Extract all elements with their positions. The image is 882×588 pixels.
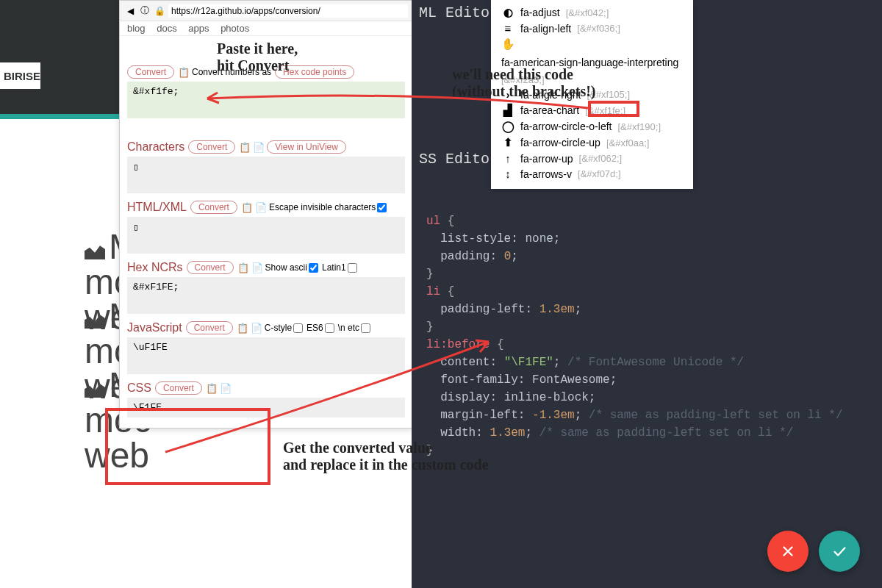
list-item[interactable]: ↕fa-arrows-v[&#xf07d;]	[501, 166, 683, 182]
cancel-fab[interactable]	[767, 531, 808, 572]
align-left-icon: ≡	[501, 22, 514, 35]
list-item[interactable]: ⬆fa-arrow-circle-up[&#xf0aa;]	[501, 135, 683, 151]
copy-icon[interactable]: 📋	[239, 142, 249, 152]
htmlxml-title: HTML/XML	[127, 201, 187, 214]
area-chart-icon	[85, 313, 105, 328]
list-item[interactable]: ◯fa-arrow-circle-o-left[&#xf190;]	[501, 118, 683, 135]
js-output[interactable]: \uF1FE	[127, 337, 405, 374]
list-item[interactable]: ↑fa-arrow-up[&#xf062;]	[501, 151, 683, 166]
close-icon	[780, 543, 796, 559]
hexncr-title: Hex NCRs	[127, 261, 183, 274]
adjust-icon: ◐	[501, 6, 514, 19]
highlight-css-box	[105, 408, 270, 485]
copy-icon[interactable]: 📋	[241, 202, 251, 212]
check-icon	[831, 543, 847, 559]
lock-icon: 🔒	[154, 5, 165, 17]
js-convert-button[interactable]: Convert	[186, 321, 233, 334]
area-chart-icon: ▟	[501, 104, 514, 117]
latin1-checkbox[interactable]: Latin1	[322, 262, 357, 273]
area-chart-icon	[85, 382, 105, 397]
characters-section: Characters Convert 📋 📄 View in UniView ▯	[120, 136, 412, 196]
arrow-circle-left-icon: ◯	[501, 120, 514, 133]
htmlxml-section: HTML/XML Convert 📋 📄 Escape invisible ch…	[120, 196, 412, 257]
highlight-code-box	[588, 101, 639, 117]
doc-icon[interactable]: 📄	[251, 262, 262, 273]
characters-convert-button[interactable]: Convert	[188, 140, 235, 154]
javascript-section: JavaScript Convert 📋 📄 C-style ES6 \n et…	[120, 317, 412, 377]
nav-docs[interactable]: docs	[157, 23, 176, 34]
arrow-circle-up-icon: ⬆	[501, 136, 514, 149]
htmlxml-output[interactable]: ▯	[127, 217, 405, 254]
convert-button[interactable]: Convert	[127, 65, 174, 79]
copy-icon[interactable]: 📋	[206, 383, 216, 393]
annotation-get-value: Get the converted value and replace it i…	[283, 440, 489, 473]
address-bar: ◀ ⓘ 🔒	[120, 1, 412, 21]
doc-icon[interactable]: 📄	[251, 323, 261, 333]
hexncr-convert-button[interactable]: Convert	[187, 261, 234, 274]
netc-checkbox[interactable]: \n etc	[338, 323, 370, 333]
doc-icon[interactable]: 📄	[220, 383, 230, 393]
characters-title: Characters	[127, 140, 184, 154]
back-icon[interactable]: ◀	[124, 5, 136, 17]
js-title: JavaScript	[127, 321, 182, 334]
nav-apps[interactable]: apps	[188, 23, 209, 34]
css-convert-button[interactable]: Convert	[155, 381, 202, 395]
css-title: CSS	[127, 381, 151, 395]
htmlxml-convert-button[interactable]: Convert	[190, 201, 237, 214]
url-input[interactable]	[168, 4, 408, 18]
arrows-v-icon: ↕	[501, 168, 514, 180]
brand-badge: BIRISE	[0, 62, 40, 89]
cstyle-checkbox[interactable]: C-style	[265, 323, 303, 333]
copy-icon[interactable]: 📋	[237, 323, 247, 333]
convert-output[interactable]: &#xf1fe;	[127, 82, 405, 118]
list-item[interactable]: ◐fa-adjust[&#xf042;]	[501, 4, 683, 21]
annotation-paste: Paste it here, hit Convert	[217, 40, 298, 74]
nav-links: blog docs apps photos	[120, 21, 412, 36]
nav-photos[interactable]: photos	[220, 23, 249, 34]
escape-checkbox[interactable]: Escape invisible characters	[269, 202, 387, 212]
css-code-body[interactable]: ul { list-style: none; padding: 0; } li …	[426, 195, 843, 459]
area-chart-icon	[85, 244, 105, 259]
info-icon[interactable]: ⓘ	[139, 5, 151, 17]
ascii-checkbox[interactable]: Show ascii	[265, 262, 318, 273]
hexncr-section: Hex NCRs Convert 📋 📄 Show ascii Latin1 &…	[120, 257, 412, 317]
asl-icon: ✋	[501, 37, 514, 51]
es6-checkbox[interactable]: ES6	[306, 323, 334, 333]
annotation-need-code: we'll need this code (without the bracke…	[452, 66, 596, 100]
arrow-up-icon: ↑	[501, 152, 514, 165]
copy-icon[interactable]: 📋	[178, 67, 188, 77]
characters-output[interactable]: ▯	[127, 157, 405, 193]
uniview-button[interactable]: View in UniView	[267, 140, 346, 154]
doc-icon[interactable]: 📄	[255, 202, 265, 212]
nav-blog[interactable]: blog	[127, 23, 146, 34]
copy-icon[interactable]: 📋	[237, 262, 248, 273]
list-item[interactable]: ≡fa-align-left[&#xf036;]	[501, 21, 683, 36]
doc-icon[interactable]: 📄	[253, 142, 263, 152]
hexncr-output[interactable]: &#xF1FE;	[127, 277, 405, 314]
confirm-fab[interactable]	[819, 531, 860, 572]
